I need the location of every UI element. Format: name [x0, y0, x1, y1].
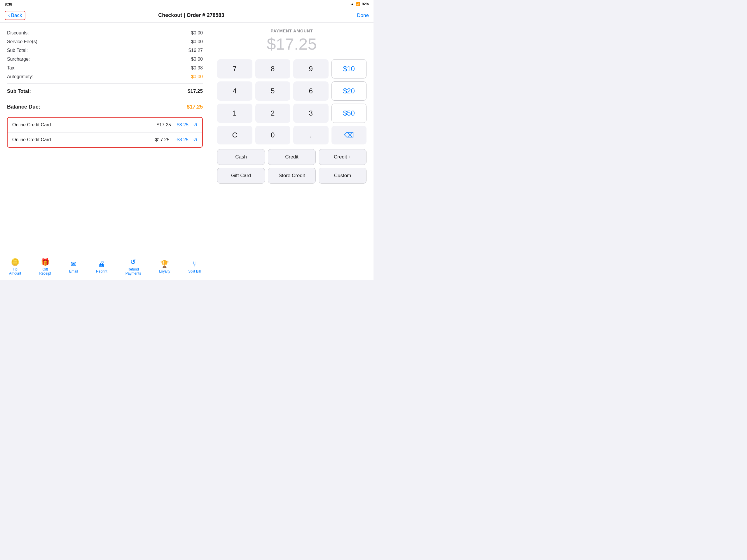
row-label: Autogratuity:: [7, 74, 33, 79]
toolbar-item-tip-amount[interactable]: 🪙 TipAmount: [9, 258, 21, 276]
numpad-key-dollar-20[interactable]: $20: [332, 81, 367, 101]
reprint-icon: 🖨: [98, 260, 105, 268]
numpad-key-1[interactable]: 1: [217, 104, 252, 123]
pay-btn-store-credit[interactable]: Store Credit: [268, 168, 316, 183]
battery-indicator: 92%: [362, 2, 369, 6]
divider-2: [7, 99, 203, 99]
summary-row: Sub Total: $16.27: [7, 46, 203, 55]
status-icons: ▲ 📶 92%: [351, 2, 369, 6]
numpad-key-dollar-50[interactable]: $50: [332, 104, 367, 123]
toolbar-label: Split Bill: [188, 269, 201, 274]
refund-button[interactable]: ↺: [193, 136, 198, 143]
toolbar-label: TipAmount: [9, 267, 21, 276]
wifi-icon: 📶: [356, 2, 360, 6]
numpad-key-8[interactable]: 8: [255, 59, 291, 78]
pay-btn-credit-+[interactable]: Credit +: [319, 149, 366, 165]
numpad-key-3[interactable]: 3: [293, 104, 329, 123]
status-bar: 8:38 ▲ 📶 92%: [0, 0, 374, 8]
numpad-key-.[interactable]: .: [293, 126, 329, 145]
pay-btn-cash[interactable]: Cash: [217, 149, 265, 165]
numpad-key-0[interactable]: 0: [255, 126, 291, 145]
toolbar-item-refund-payments[interactable]: ↺ RefundPayments: [126, 258, 141, 276]
row-amount: $0.00: [191, 30, 203, 35]
numpad-key-4[interactable]: 4: [217, 81, 252, 101]
row-amount: $0.98: [191, 66, 203, 71]
balance-row: Balance Due: $17.25: [7, 102, 203, 112]
refund-payments-icon: ↺: [130, 258, 136, 266]
row-label: Service Fee(s):: [7, 39, 38, 44]
subtotal-amount: $17.25: [188, 88, 203, 94]
numpad-key-2[interactable]: 2: [255, 104, 291, 123]
numpad-key-C[interactable]: C: [217, 126, 252, 145]
nav-bar: ‹ Back Checkout | Order # 278583 Done: [0, 8, 374, 23]
row-amount: $0.00: [191, 39, 203, 44]
row-label: Tax:: [7, 66, 16, 71]
subtotal-row: Sub Total: $17.25: [7, 86, 203, 97]
order-summary: Discounts: $0.00 Service Fee(s): $0.00 S…: [0, 23, 210, 112]
chevron-left-icon: ‹: [8, 12, 10, 18]
pay-btn-credit[interactable]: Credit: [268, 149, 316, 165]
toolbar-item-gift-receipt[interactable]: 🎁 GiftReceipt: [39, 258, 51, 276]
numpad: 789$10456$20123$50C0.⌫: [217, 59, 366, 145]
numpad-key-7[interactable]: 7: [217, 59, 252, 78]
balance-label: Balance Due:: [7, 104, 40, 110]
summary-row: Surcharge: $0.00: [7, 55, 203, 63]
numpad-key-6[interactable]: 6: [293, 81, 329, 101]
payment-entry: Online Credit Card -$17.25 -$3.25 ↺: [7, 132, 202, 147]
numpad-key-9[interactable]: 9: [293, 59, 329, 78]
done-button[interactable]: Done: [357, 12, 369, 18]
entry-tip: -$3.25: [175, 137, 188, 143]
payment-amount-label: PAYMENT AMOUNT: [217, 29, 366, 33]
payment-entries: Online Credit Card $17.25 $3.25 ↺ Online…: [7, 117, 203, 148]
refund-button[interactable]: ↺: [193, 122, 198, 128]
split-bill-icon: ⑂: [192, 260, 197, 268]
entry-amount: -$17.25: [153, 137, 169, 143]
balance-amount: $17.25: [187, 104, 203, 110]
loyalty-icon: 🏆: [160, 260, 169, 268]
entry-name: Online Credit Card: [12, 122, 157, 128]
toolbar-item-reprint[interactable]: 🖨 Reprint: [96, 260, 107, 274]
toolbar-label: Email: [69, 269, 78, 274]
row-label: Surcharge:: [7, 57, 30, 62]
payment-amount-value: $17.25: [217, 34, 366, 53]
toolbar-item-loyalty[interactable]: 🏆 Loyalty: [159, 260, 170, 274]
numpad-key-5[interactable]: 5: [255, 81, 291, 101]
page-title: Checkout | Order # 278583: [158, 12, 224, 18]
left-panel: Discounts: $0.00 Service Fee(s): $0.00 S…: [0, 23, 210, 280]
row-label: Sub Total:: [7, 48, 28, 53]
email-icon: ✉: [71, 260, 76, 268]
row-amount: $0.00: [191, 74, 203, 79]
row-label: Discounts:: [7, 30, 29, 35]
bottom-toolbar: 🪙 TipAmount 🎁 GiftReceipt ✉ Email 🖨 Repr…: [0, 255, 210, 280]
summary-row: Tax: $0.98: [7, 63, 203, 72]
back-button[interactable]: ‹ Back: [5, 11, 25, 20]
pay-btn-custom[interactable]: Custom: [319, 168, 366, 183]
entry-tip: $3.25: [177, 122, 188, 128]
signal-icon: ▲: [351, 2, 354, 6]
right-panel: PAYMENT AMOUNT $17.25 789$10456$20123$50…: [210, 23, 374, 280]
toolbar-label: GiftReceipt: [39, 267, 51, 276]
numpad-key-backspace[interactable]: ⌫: [332, 126, 367, 145]
main-container: Discounts: $0.00 Service Fee(s): $0.00 S…: [0, 23, 374, 280]
divider-1: [7, 83, 203, 84]
summary-row: Service Fee(s): $0.00: [7, 37, 203, 46]
pay-btn-gift-card[interactable]: Gift Card: [217, 168, 265, 183]
toolbar-label: RefundPayments: [126, 267, 141, 276]
toolbar-label: Loyalty: [159, 269, 170, 274]
gift-receipt-icon: 🎁: [41, 258, 50, 266]
summary-row: Discounts: $0.00: [7, 29, 203, 37]
tip-amount-icon: 🪙: [11, 258, 20, 266]
numpad-key-dollar-10[interactable]: $10: [332, 59, 367, 78]
row-amount: $0.00: [191, 57, 203, 62]
payment-buttons: CashCreditCredit +Gift CardStore CreditC…: [217, 149, 366, 183]
toolbar-item-email[interactable]: ✉ Email: [69, 260, 78, 274]
toolbar-item-split-bill[interactable]: ⑂ Split Bill: [188, 260, 201, 274]
entry-amount: $17.25: [157, 122, 171, 128]
summary-row: Autogratuity: $0.00: [7, 72, 203, 81]
subtotal-label: Sub Total:: [7, 88, 31, 94]
row-amount: $16.27: [188, 48, 203, 53]
status-time: 8:38: [5, 2, 12, 6]
entry-name: Online Credit Card: [12, 137, 153, 143]
toolbar-label: Reprint: [96, 269, 107, 274]
payment-entry: Online Credit Card $17.25 $3.25 ↺: [7, 118, 202, 132]
